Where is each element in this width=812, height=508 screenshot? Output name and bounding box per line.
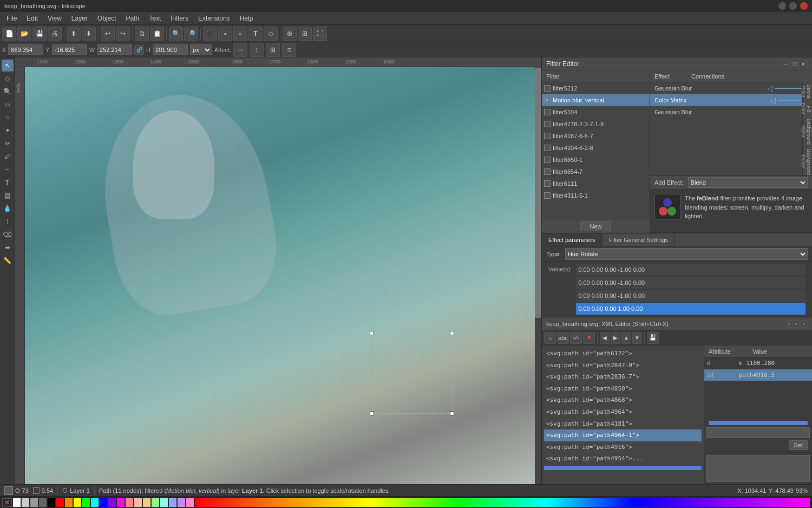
- filter-checkbox[interactable]: [544, 157, 551, 163]
- affect-btn3[interactable]: ⊞: [266, 43, 280, 57]
- menu-help[interactable]: Help: [235, 14, 258, 23]
- filter-item[interactable]: filter6654-7: [542, 166, 650, 178]
- xml-node[interactable]: <svg:path id="path4850">: [544, 383, 702, 395]
- filter-checkbox[interactable]: [544, 145, 551, 151]
- rect-tool[interactable]: ▭: [2, 99, 14, 110]
- filter-item[interactable]: filter5212: [542, 82, 650, 94]
- menu-file[interactable]: File: [2, 14, 21, 23]
- xml-set-button[interactable]: Set: [789, 440, 808, 450]
- no-color-btn[interactable]: ✕: [2, 498, 12, 507]
- xml-node[interactable]: <svg:path id="path2836-7">: [544, 371, 702, 383]
- spray-tool[interactable]: ⁞: [2, 216, 14, 227]
- effect-item-colormatrix[interactable]: Color Matrix ◁ ◁: [650, 94, 812, 106]
- h-input[interactable]: [153, 44, 188, 55]
- filter-item[interactable]: filter4778-2-3-7-1-9: [542, 118, 650, 130]
- menu-view[interactable]: View: [43, 14, 66, 23]
- menu-extensions[interactable]: Extensions: [194, 14, 234, 23]
- xml-value-textarea[interactable]: [706, 455, 810, 482]
- text-tool[interactable]: T: [2, 177, 14, 188]
- color-swatch-skyblue[interactable]: [169, 498, 176, 507]
- stroke-indicator[interactable]: [33, 487, 40, 494]
- xml-save-btn[interactable]: 💾: [647, 332, 659, 344]
- color-swatch-blue[interactable]: [100, 498, 107, 507]
- xml-node[interactable]: <svg:path id="path4181">: [544, 418, 702, 430]
- effect-item-gaussian1[interactable]: Gaussian Blur ◁: [650, 82, 812, 94]
- menu-layer[interactable]: Layer: [67, 14, 92, 23]
- color-swatch-lavender[interactable]: [178, 498, 185, 507]
- color-swatch-teal[interactable]: [91, 498, 99, 507]
- align-left-button[interactable]: ⬛: [203, 27, 217, 41]
- minimize-button[interactable]: [778, 2, 786, 10]
- filter-item[interactable]: filter6111: [542, 178, 650, 190]
- zoom-in-button[interactable]: 🔍: [169, 27, 183, 41]
- color-swatch-orange[interactable]: [65, 498, 73, 507]
- menu-filters[interactable]: Filters: [166, 14, 193, 23]
- zoom-out-button[interactable]: 🔎: [184, 27, 198, 41]
- pen-tool[interactable]: 🖊: [2, 151, 14, 162]
- w-input[interactable]: [97, 44, 132, 55]
- callig-tool[interactable]: ~: [2, 164, 14, 175]
- eraser-tool[interactable]: ⌫: [2, 229, 14, 240]
- canvas-scrollbar-v[interactable]: [535, 67, 541, 484]
- star-tool[interactable]: ✦: [2, 125, 14, 136]
- filter-checkbox[interactable]: [544, 85, 551, 92]
- color-swatch-green[interactable]: [82, 498, 90, 507]
- value-row-2[interactable]: 0.00 0.00 0.00 -1.00 0.00: [576, 277, 806, 289]
- filter-checkbox[interactable]: [544, 109, 551, 115]
- new-button[interactable]: 📄: [2, 27, 16, 41]
- xml-node[interactable]: <svg:path id="path6122">: [544, 348, 702, 360]
- filter-checkbox[interactable]: [544, 121, 551, 127]
- menu-path[interactable]: Path: [122, 14, 144, 23]
- xml-attr-d[interactable]: d m 1100.280: [704, 357, 812, 369]
- snap-button[interactable]: ⊕: [283, 27, 297, 41]
- fe-min-button[interactable]: −: [782, 60, 790, 68]
- menu-object[interactable]: Object: [93, 14, 121, 23]
- xml-ctrl3[interactable]: ○: [800, 320, 808, 328]
- side-tab-bg-image[interactable]: Background Image: [803, 147, 812, 175]
- measure-tool[interactable]: 📏: [2, 255, 14, 266]
- color-swatch-aqua[interactable]: [160, 498, 168, 507]
- close-button[interactable]: [800, 2, 808, 10]
- lock-aspect-button[interactable]: 🔗: [134, 45, 144, 55]
- selection-handle[interactable]: [450, 331, 454, 335]
- xml-node[interactable]: <svg:path id="path4964">: [544, 406, 702, 418]
- side-tab-fill[interactable]: Fill Paint: [803, 101, 812, 116]
- filter-item[interactable]: filter4187-6-6-7: [542, 130, 650, 142]
- xml-delete-btn[interactable]: ✕: [583, 332, 595, 344]
- type-select[interactable]: Hue Rotate Matrix Saturate Luminance to …: [565, 248, 808, 260]
- menu-edit[interactable]: Edit: [22, 14, 42, 23]
- xml-ctrl2[interactable]: ○: [793, 320, 800, 328]
- color-swatch-black[interactable]: [48, 498, 55, 507]
- node-editor-button[interactable]: ◇: [264, 27, 278, 41]
- effect-item-gaussian2[interactable]: Gaussian Blur ◁: [650, 106, 812, 118]
- circle-tool[interactable]: ○: [2, 112, 14, 123]
- scrollbar-thumb-v[interactable]: [535, 68, 541, 318]
- color-swatch-darkgray[interactable]: [39, 498, 47, 507]
- xml-down-btn[interactable]: ▼: [632, 332, 642, 344]
- xml-prev-btn[interactable]: ◀: [600, 332, 610, 344]
- tab-effect-parameters[interactable]: Effect parameters: [542, 233, 603, 246]
- filter-checkbox[interactable]: [544, 168, 551, 175]
- selection-handle[interactable]: [370, 411, 374, 415]
- unit-select[interactable]: px mm cm: [190, 44, 212, 55]
- y-input[interactable]: [52, 44, 87, 55]
- dropper-tool[interactable]: 💧: [2, 203, 14, 214]
- color-gradient-bar[interactable]: [195, 498, 810, 507]
- open-button[interactable]: 📂: [17, 27, 31, 41]
- xml-node[interactable]: <svg:path id="path4916">: [544, 441, 702, 453]
- xml-next-btn[interactable]: ▶: [611, 332, 620, 344]
- fill-indicator[interactable]: [4, 486, 13, 495]
- filter-checkbox-checked[interactable]: ✓: [544, 97, 551, 103]
- filter-checkbox[interactable]: [544, 133, 551, 139]
- selection-handle[interactable]: [370, 331, 374, 335]
- color-swatch-white[interactable]: [13, 498, 21, 507]
- new-filter-button[interactable]: New: [580, 222, 611, 231]
- color-swatch-rose[interactable]: [186, 498, 194, 507]
- connector-tool[interactable]: ⬌: [2, 242, 14, 253]
- save-button[interactable]: 💾: [32, 27, 47, 41]
- affect-btn4[interactable]: ≡: [282, 43, 296, 57]
- affect-btn1[interactable]: ↔: [233, 43, 247, 57]
- xml-node[interactable]: <svg:path id="path4868">: [544, 394, 702, 406]
- add-effect-select[interactable]: Blend Gaussian Blur Color Matrix: [688, 177, 808, 188]
- select-tool[interactable]: ↖: [2, 60, 14, 71]
